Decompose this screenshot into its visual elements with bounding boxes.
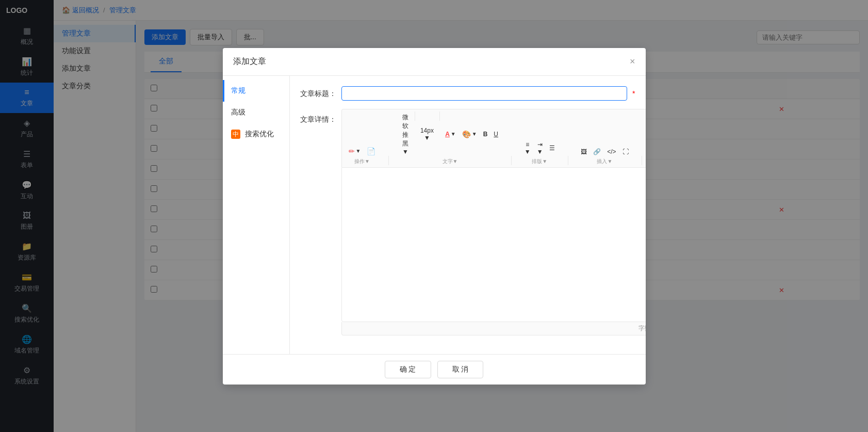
modal-close-button[interactable]: × [630,56,635,67]
rte-sep-3 [568,156,568,165]
rte-action-buttons: ✏ ▼ 📄 [346,146,379,157]
rte-sep-4 [642,156,642,165]
seo-badge: 中 [231,130,240,139]
rte-indent-btn[interactable]: ⇥ ▼ [534,139,546,157]
modal-tab-advanced[interactable]: 高级 [223,102,289,123]
modal-overlay[interactable]: 添加文章 × 常规 高级 中 搜索优化 文章标题： [0,0,868,432]
rte-insert-label: 插入▼ [597,158,612,165]
required-mark: * [632,86,635,98]
title-control [341,86,628,101]
rte-insert-buttons: 🖼 🔗 </> ⛶ [578,147,631,157]
underline-icon: U [494,131,498,138]
modal-tab-seo[interactable]: 中 搜索优化 [223,123,289,146]
rte-editor-body[interactable] [341,167,646,322]
modal-left-tabs: 常规 高级 中 搜索优化 [223,76,290,354]
rte-font-color-btn[interactable]: A ▼ [443,111,458,157]
rte-underline-btn[interactable]: U [491,111,501,157]
article-title-input[interactable] [341,86,628,101]
modal-header: 添加文章 × [223,48,646,76]
modal-tab-general[interactable]: 常规 [223,80,289,102]
modal-form-content: 文章标题： * 文章详情： [290,76,646,354]
rte-font-label: 文字▼ [443,158,458,165]
rte-image-btn[interactable]: 🖼 [578,147,589,157]
modal-title: 添加文章 [233,56,266,67]
rte-font-size-btn[interactable]: 14px ▼ [418,111,436,157]
bold-icon: B [483,131,488,138]
rte-doc-btn[interactable]: 📄 [364,146,378,157]
rte-toolbar-sections: ✏ ▼ 📄 操作▼ [346,111,646,165]
rte-section-actions: ✏ ▼ 📄 操作▼ [346,146,379,165]
detail-label: 文章详情： [300,112,336,124]
rte-layout-buttons: ≡ ▼ ⇥ ▼ ☰ [522,139,558,157]
font-color-icon: A [445,131,450,138]
rte-edit-btn[interactable]: ✏ ▼ [346,146,364,157]
cancel-button[interactable]: 取 消 [437,361,484,378]
rte-fullscreen-btn[interactable]: ⛶ [620,147,631,157]
rte-sep-2 [511,156,512,165]
rte-section-insert: 🖼 🔗 </> ⛶ 插入▼ [578,147,631,165]
rte-font-buttons: 微软推黑 ▼ 14px ▼ A ▼ [399,111,501,157]
rte-section-font: 微软推黑 ▼ 14px ▼ A ▼ [399,111,501,165]
rte-sep-1 [388,156,389,165]
confirm-button[interactable]: 确 定 [385,361,431,378]
rte-toolbar: ✏ ▼ 📄 操作▼ [341,109,646,167]
bg-color-icon: 🎨 [462,130,471,138]
rte-align-btn[interactable]: ≡ ▼ [522,139,533,157]
dropdown-arrow: ▼ [356,148,361,154]
doc-icon: 📄 [367,147,375,155]
dropdown-arrow-bg: ▼ [472,131,477,137]
add-article-modal: 添加文章 × 常规 高级 中 搜索优化 文章标题： [223,48,646,385]
rte-bold-btn[interactable]: B [481,111,490,157]
rte-link-btn[interactable]: 🔗 [591,147,603,157]
title-label: 文章标题： [300,86,336,99]
modal-footer: 确 定 取 消 [223,354,646,385]
form-row-title: 文章标题： * [300,86,635,101]
rte-section-layout: ≡ ▼ ⇥ ▼ ☰ 排版▼ [522,139,558,165]
rte-list-btn[interactable]: ☰ [547,139,558,157]
rte-actions-label: 操作▼ [354,158,370,165]
rte-font-family-btn[interactable]: 微软推黑 ▼ [399,111,412,157]
rte-footer: 字数统计 [341,322,646,335]
rte-layout-label: 排版▼ [532,158,547,165]
rte-code-btn[interactable]: </> [604,147,618,157]
modal-body: 常规 高级 中 搜索优化 文章标题： * [223,76,646,354]
form-row-detail: 文章详情： ✏ ▼ [300,109,635,335]
modal-tab-seo-label: 搜索优化 [245,130,274,138]
rte-bg-color-btn[interactable]: 🎨 ▼ [460,111,480,157]
pencil-icon: ✏ [349,147,355,155]
detail-control: ✏ ▼ 📄 操作▼ [341,109,646,335]
dropdown-arrow-color: ▼ [451,131,456,137]
